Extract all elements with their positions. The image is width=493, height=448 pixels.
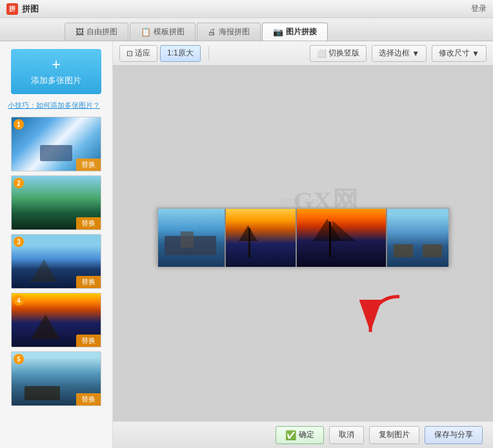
resize-label: 修改尺寸 [439, 48, 470, 59]
stitch-tab-icon: 📷 [273, 27, 283, 37]
fit-label: 适应 [135, 48, 150, 59]
thumb-replace-5[interactable]: 替换 [76, 393, 101, 405]
thumb-replace-2[interactable]: 替换 [76, 217, 101, 229]
save-label: 保存与分享 [434, 429, 473, 440]
resize-dropdown-icon: ▼ [472, 49, 479, 58]
select-border-button[interactable]: 选择边框 ▼ [372, 45, 427, 62]
app-icon: 拼 [6, 3, 18, 15]
original-size-button[interactable]: 1:1原大 [160, 45, 201, 62]
tip-text: 小技巧：如何添加多张图片？ [5, 101, 100, 110]
confirm-label: 确定 [299, 429, 314, 440]
thumbnail-item-2: 2 替换 [11, 175, 101, 230]
tab-template-label: 模板拼图 [154, 26, 185, 37]
thumbnail-list: 1 替换 2 替换 3 替换 [5, 117, 107, 406]
title-bar: 拼 拼图 登录 [0, 0, 493, 18]
add-images-label: 添加多张图片 [31, 75, 81, 86]
strip-segment-3 [297, 209, 387, 267]
toolbar: ⊡ 适应 1:1原大 ⬜ 切换竖版 选择边框 ▼ 修改尺寸 [113, 41, 493, 66]
app-title: 拼图 [22, 3, 39, 15]
border-dropdown-icon: ▼ [412, 49, 419, 58]
tab-poster-label: 海报拼图 [219, 26, 250, 37]
select-border-label: 选择边框 [379, 48, 410, 59]
thumb-number-4: 4 [14, 295, 24, 306]
poster-tab-icon: 🖨 [208, 27, 216, 37]
fit-button[interactable]: ⊡ 适应 [119, 45, 157, 62]
thumb-number-5: 5 [14, 354, 24, 364]
toolbar-separator-1 [208, 46, 209, 61]
thumb-replace-4[interactable]: 替换 [76, 335, 101, 347]
thumb-replace-1[interactable]: 替换 [76, 159, 101, 171]
switch-vertical-icon: ⬜ [317, 49, 327, 58]
canvas-area[interactable]: 拖动图片更换顺序。 GX网 gyroul.com [113, 66, 493, 421]
resize-button[interactable]: 修改尺寸 ▼ [432, 45, 487, 62]
watermark-sub: gyroul.com [280, 197, 318, 206]
tab-free-label: 自由拼图 [86, 26, 117, 37]
tab-bar: 🖼 自由拼图 📋 模板拼图 🖨 海报拼图 📷 图片拼接 [0, 18, 493, 41]
template-tab-icon: 📋 [141, 27, 151, 37]
switch-vertical-button[interactable]: ⬜ 切换竖版 [310, 45, 367, 62]
tab-poster[interactable]: 🖨 海报拼图 [197, 23, 261, 41]
thumbnail-item-3: 3 替换 [11, 234, 101, 289]
thumb-replace-3[interactable]: 替换 [76, 276, 101, 288]
strip-segment-2 [226, 209, 297, 267]
tip-link[interactable]: 小技巧：如何添加多张图片？ [8, 101, 100, 109]
tab-template[interactable]: 📋 模板拼图 [130, 23, 196, 41]
tab-stitch-label: 图片拼接 [286, 26, 317, 37]
login-button[interactable]: 登录 [471, 3, 487, 14]
cancel-button[interactable]: 取消 [329, 426, 364, 444]
main-container: + 添加多张图片 小技巧：如何添加多张图片？ 1 替换 2 替换 [0, 41, 493, 448]
save-share-button[interactable]: 保存与分享 [425, 426, 483, 444]
check-icon: ✅ [285, 430, 296, 440]
copy-button[interactable]: 复制图片 [369, 426, 419, 444]
thumbnail-item-4: 4 替换 [11, 293, 101, 347]
thumbnail-item-1: 1 替换 [11, 117, 101, 171]
bottom-bar: ✅ 确定 取消 复制图片 保存与分享 [113, 421, 493, 448]
thumb-number-2: 2 [14, 178, 24, 188]
cancel-label: 取消 [339, 429, 354, 440]
free-tab-icon: 🖼 [75, 27, 84, 37]
tab-free[interactable]: 🖼 自由拼图 [65, 23, 128, 41]
app-branding: 拼 拼图 [6, 3, 39, 15]
add-images-button[interactable]: + 添加多张图片 [11, 49, 101, 94]
strip-segment-1 [158, 209, 226, 267]
plus-icon: + [52, 57, 61, 72]
fit-icon: ⊡ [126, 49, 133, 58]
confirm-button[interactable]: ✅ 确定 [276, 426, 324, 444]
view-controls: ⊡ 适应 1:1原大 [119, 45, 201, 62]
copy-label: 复制图片 [379, 429, 410, 440]
content-area: ⊡ 适应 1:1原大 ⬜ 切换竖版 选择边框 ▼ 修改尺寸 [113, 41, 493, 448]
thumb-number-1: 1 [14, 119, 24, 130]
tab-stitch[interactable]: 📷 图片拼接 [262, 23, 328, 41]
original-size-label: 1:1原大 [167, 48, 194, 59]
arrow-indicator [357, 290, 409, 344]
strip-segment-4 [387, 209, 448, 267]
image-strip[interactable] [157, 208, 450, 266]
switch-vertical-label: 切换竖版 [328, 48, 359, 59]
toolbar-right: ⬜ 切换竖版 选择边框 ▼ 修改尺寸 ▼ [310, 45, 487, 62]
sidebar: + 添加多张图片 小技巧：如何添加多张图片？ 1 替换 2 替换 [0, 41, 113, 448]
thumbnail-item-5: 5 替换 [11, 351, 101, 406]
thumb-number-3: 3 [14, 237, 24, 247]
